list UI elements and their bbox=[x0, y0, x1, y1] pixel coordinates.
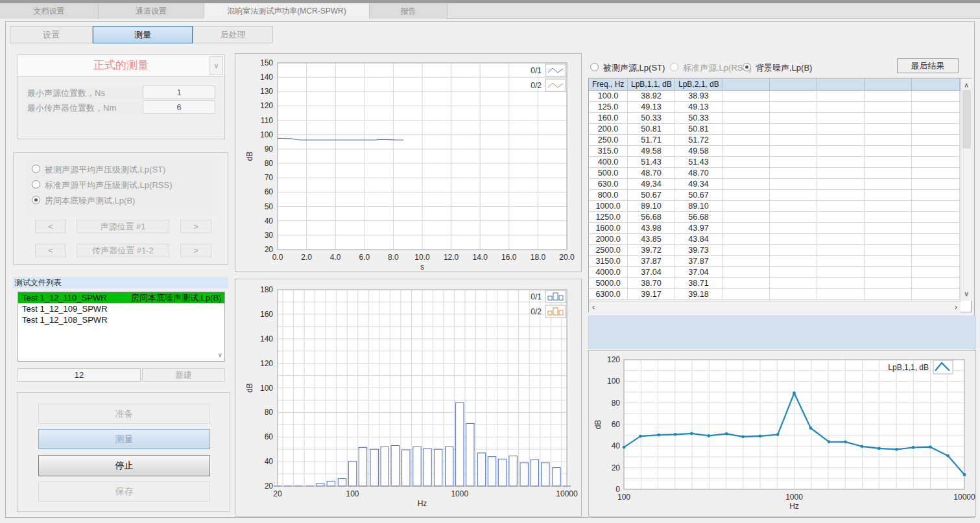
measure-type-dropdown[interactable]: 正式的测量 ∨ bbox=[17, 54, 225, 76]
table-horizontal-scrollbar[interactable]: ‹ › bbox=[589, 301, 961, 312]
table-row[interactable]: 2000.043.8543.84 bbox=[589, 234, 961, 245]
time-history-chart-panel: 20304050607080901001101201301401500.02.0… bbox=[235, 53, 582, 272]
table-cell bbox=[865, 146, 912, 157]
table-cell: 51.43 bbox=[628, 157, 675, 168]
source-position-prev-button[interactable]: < bbox=[35, 220, 66, 233]
tab-channel-settings[interactable]: 通道设置 bbox=[99, 3, 204, 19]
table-cell bbox=[723, 113, 770, 124]
table-cell: 4000.0 bbox=[589, 267, 628, 278]
final-result-button[interactable]: 最后结果 bbox=[897, 58, 959, 73]
list-item[interactable]: Test 1_12_109_SPWR bbox=[18, 303, 224, 314]
table-cell: 1600.0 bbox=[589, 223, 628, 234]
table-cell: 49.58 bbox=[675, 146, 723, 157]
table-cell bbox=[723, 201, 770, 212]
svg-text:4.0: 4.0 bbox=[330, 253, 341, 262]
ns-field-input[interactable]: 1 bbox=[143, 86, 215, 99]
table-row[interactable]: 400.051.4351.43 bbox=[589, 157, 961, 168]
table-cell bbox=[817, 223, 865, 234]
scroll-right-icon[interactable]: › bbox=[955, 303, 957, 310]
table-cell bbox=[912, 124, 960, 135]
table-row[interactable]: 800.050.6750.67 bbox=[589, 190, 961, 201]
table-row[interactable]: 5000.038.7038.71 bbox=[589, 278, 961, 289]
table-cell: 38.70 bbox=[628, 278, 675, 289]
svg-text:80: 80 bbox=[265, 159, 274, 168]
tab-report[interactable]: 报告 bbox=[370, 3, 448, 19]
svg-text:0/1: 0/1 bbox=[531, 66, 542, 75]
prepare-button[interactable]: 准备 bbox=[38, 404, 210, 424]
table-row[interactable]: 315.049.5849.58 bbox=[589, 146, 961, 157]
list-item[interactable]: Test 1_12_108_SPWR bbox=[18, 314, 224, 325]
svg-text:12.0: 12.0 bbox=[444, 253, 459, 262]
table-row[interactable]: 125.049.1349.13 bbox=[589, 102, 961, 113]
table-row[interactable]: 1250.056.6856.68 bbox=[589, 212, 961, 223]
table-cell bbox=[865, 256, 912, 267]
table-row[interactable]: 500.048.7048.70 bbox=[589, 168, 961, 179]
table-cell bbox=[865, 223, 912, 234]
table-row[interactable]: 200.050.8150.81 bbox=[589, 124, 961, 135]
scroll-up-icon[interactable]: ∧ bbox=[964, 82, 969, 89]
table-vertical-scrollbar[interactable]: ∧ ∨ bbox=[961, 78, 972, 301]
table-cell bbox=[817, 102, 865, 113]
chevron-down-icon[interactable]: ∨ bbox=[209, 56, 223, 75]
source-position-next-button[interactable]: > bbox=[180, 220, 211, 233]
table-row[interactable]: 160.050.3350.33 bbox=[589, 113, 961, 124]
spectrum-chart: 20406080100120140160180201001000100000/1… bbox=[235, 279, 581, 516]
subtab-measure[interactable]: 测量 bbox=[93, 26, 193, 43]
list-item[interactable]: Test 1_12_110_SPWR房间本底噪声测试,Lp(B) bbox=[18, 292, 224, 303]
table-cell bbox=[770, 245, 817, 256]
time-history-chart: 20304050607080901001101201301401500.02.0… bbox=[235, 54, 581, 272]
mic-position-next-button[interactable]: > bbox=[180, 244, 211, 257]
table-row[interactable]: 1600.043.9843.97 bbox=[589, 223, 961, 234]
stop-button[interactable]: 停止 bbox=[38, 455, 210, 476]
svg-text:160: 160 bbox=[260, 310, 273, 319]
table-cell bbox=[817, 113, 865, 124]
scrollbar-thumb[interactable] bbox=[962, 90, 971, 148]
svg-text:120: 120 bbox=[260, 101, 273, 110]
scroll-up-icon[interactable]: ∧ bbox=[218, 295, 222, 301]
mic-position-prev-button[interactable]: < bbox=[35, 244, 66, 257]
table-cell bbox=[770, 289, 817, 300]
table-cell bbox=[912, 190, 960, 201]
table-cell: 49.13 bbox=[628, 102, 675, 113]
svg-text:dB: dB bbox=[593, 420, 603, 430]
scroll-down-icon[interactable]: ∨ bbox=[964, 290, 969, 297]
counter-button[interactable]: 12 bbox=[18, 368, 141, 382]
table-cell: 37.87 bbox=[628, 256, 675, 267]
table-row[interactable]: 630.049.3449.34 bbox=[589, 179, 961, 190]
tab-document-settings[interactable]: 文档设置 bbox=[0, 3, 99, 19]
scroll-left-icon[interactable]: ‹ bbox=[592, 303, 595, 310]
table-row[interactable]: 3150.037.8737.87 bbox=[589, 256, 961, 267]
table-cell bbox=[912, 113, 960, 124]
table-cell bbox=[723, 135, 770, 146]
table-cell bbox=[912, 234, 960, 245]
table-cell bbox=[912, 201, 960, 212]
measure-button[interactable]: 测量 bbox=[38, 429, 210, 449]
table-row[interactable]: 100.038.9238.93 bbox=[589, 91, 961, 102]
scroll-down-icon[interactable]: ∨ bbox=[218, 352, 222, 358]
save-button[interactable]: 保存 bbox=[38, 482, 210, 502]
table-cell bbox=[912, 256, 960, 267]
nm-field-input[interactable]: 6 bbox=[143, 100, 215, 114]
table-cell: 160.0 bbox=[589, 113, 628, 124]
new-file-button[interactable]: 新建 bbox=[142, 368, 225, 382]
table-cell: 200.0 bbox=[589, 124, 628, 135]
svg-text:20: 20 bbox=[612, 463, 621, 472]
table-cell bbox=[723, 256, 770, 267]
tab-mcr-spwr[interactable]: 混响室法测试声功率(MCR-SPWR) bbox=[204, 3, 370, 19]
subtab-postprocess[interactable]: 后处理 bbox=[193, 26, 273, 43]
subtab-settings[interactable]: 设置 bbox=[10, 26, 93, 43]
table-row[interactable]: 4000.037.0437.04 bbox=[589, 267, 961, 278]
table-row[interactable]: 6300.039.1739.18 bbox=[589, 289, 961, 300]
table-row[interactable]: 250.051.7151.72 bbox=[589, 135, 961, 146]
table-cell bbox=[723, 157, 770, 168]
source-position-button[interactable]: 声源位置 #1 bbox=[77, 220, 169, 233]
table-cell bbox=[723, 146, 770, 157]
mic-position-button[interactable]: 传声器位置 #1-2 bbox=[77, 244, 169, 257]
table-row[interactable]: 1000.089.1089.10 bbox=[589, 201, 961, 212]
svg-text:16.0: 16.0 bbox=[501, 253, 517, 262]
table-row[interactable]: 2500.039.7239.73 bbox=[589, 245, 961, 256]
table-cell bbox=[817, 256, 865, 267]
spectrum-chart-panel: 20406080100120140160180201001000100000/1… bbox=[235, 279, 582, 517]
table-cell: 100.0 bbox=[589, 91, 628, 102]
svg-text:1000: 1000 bbox=[451, 489, 468, 498]
